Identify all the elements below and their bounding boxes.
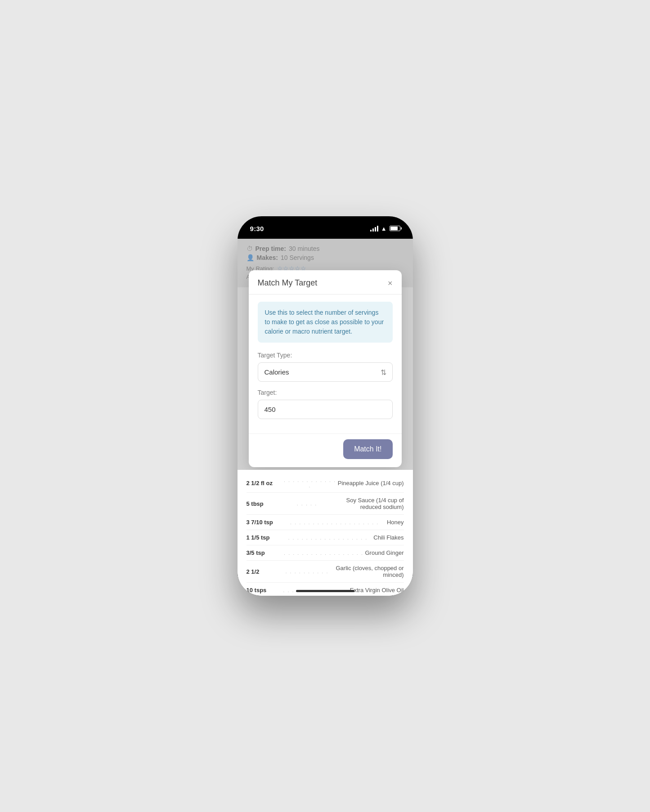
- ingredient-row-2: 3 7/10 tsp . . . . . . . . . . . . . . .…: [247, 515, 404, 530]
- ingredient-row-1: 5 tbsp . . . . . Soy Sauce (1/4 cup of r…: [247, 493, 404, 515]
- ingredient-name-6: Extra Virgin Olive Oil: [350, 587, 404, 593]
- match-it-button[interactable]: Match It!: [343, 439, 392, 459]
- modal-title: Match My Target: [258, 278, 318, 288]
- modal-header: Match My Target ×: [249, 270, 402, 294]
- phone-device: 9:30 ▲ ⏱ Prep time: 30 minutes: [238, 216, 413, 596]
- signal-bar-3: [375, 227, 376, 232]
- battery-fill: [390, 227, 398, 230]
- home-indicator: [296, 590, 354, 592]
- ingredient-name-1: Soy Sauce (1/4 cup of reduced sodium): [332, 497, 404, 510]
- status-bar: 9:30 ▲: [238, 216, 413, 239]
- ingredient-row-0: 2 1/2 fl oz . . . . . . . . . . . . . Pi…: [247, 473, 404, 493]
- ingredient-dots-1: . . . . .: [282, 501, 332, 506]
- ingredient-name-5: Garlic (cloves, chopped or minced): [332, 565, 404, 578]
- ingredient-amount-1: 5 tbsp: [247, 500, 282, 507]
- ingredient-amount-0: 2 1/2 fl oz: [247, 480, 282, 486]
- ingredient-name-4: Ground Ginger: [365, 549, 404, 556]
- target-label: Target:: [258, 389, 393, 396]
- ingredient-amount-5: 2 1/2: [247, 568, 282, 575]
- phone-screen: 9:30 ▲ ⏱ Prep time: 30 minutes: [238, 216, 413, 596]
- ingredient-dots-4: . . . . . . . . . . . . . . . . . .: [282, 550, 365, 556]
- status-icons: ▲: [370, 225, 400, 232]
- ingredient-dots-5: . . . . . . . . . .: [282, 569, 332, 574]
- battery-icon: [390, 226, 400, 231]
- info-box: Use this to select the number of serving…: [258, 302, 393, 343]
- ingredient-amount-4: 3/5 tsp: [247, 549, 282, 556]
- ingredient-row-4: 3/5 tsp . . . . . . . . . . . . . . . . …: [247, 545, 404, 561]
- ingredient-amount-6: 10 tsps: [247, 587, 282, 593]
- target-type-select[interactable]: CaloriesProteinCarbsFat: [258, 362, 393, 382]
- ingredient-name-2: Honey: [387, 519, 404, 526]
- status-time: 9:30: [250, 225, 264, 232]
- target-input[interactable]: [258, 400, 393, 419]
- info-box-text: Use this to select the number of serving…: [265, 308, 386, 336]
- ingredient-dots-0: . . . . . . . . . . . . .: [282, 477, 338, 488]
- ingredient-row-6: 10 tsps . . . . . . . . . . . . . . . Ex…: [247, 583, 404, 596]
- ingredients-list: 2 1/2 fl oz . . . . . . . . . . . . . Pi…: [238, 470, 413, 596]
- modal-footer: Match It!: [249, 433, 402, 467]
- ingredient-name-3: Chili Flakes: [373, 534, 403, 541]
- ingredient-dots-3: . . . . . . . . . . . . . . . . . .: [282, 535, 374, 540]
- target-type-select-wrapper: CaloriesProteinCarbsFat ⇅: [258, 362, 393, 382]
- target-value-group: Target:: [258, 389, 393, 419]
- target-type-label: Target Type:: [258, 352, 393, 359]
- match-my-target-modal: Match My Target × Use this to select the…: [249, 270, 402, 467]
- ingredient-name-0: Pineapple Juice (1/4 cup): [338, 480, 404, 486]
- signal-bar-1: [370, 230, 372, 232]
- wifi-icon: ▲: [381, 225, 387, 232]
- ingredient-amount-2: 3 7/10 tsp: [247, 519, 282, 526]
- signal-bar-4: [377, 226, 378, 232]
- ingredient-row-5: 2 1/2 . . . . . . . . . . Garlic (cloves…: [247, 561, 404, 583]
- signal-bar-2: [372, 228, 374, 232]
- ingredient-amount-3: 1 1/5 tsp: [247, 534, 282, 541]
- modal-body: Use this to select the number of serving…: [249, 294, 402, 433]
- ingredient-row-3: 1 1/5 tsp . . . . . . . . . . . . . . . …: [247, 530, 404, 545]
- signal-icon: [370, 226, 378, 232]
- close-button[interactable]: ×: [388, 279, 393, 287]
- ingredient-dots-2: . . . . . . . . . . . . . . . . . . . .: [282, 520, 387, 525]
- target-type-group: Target Type: CaloriesProteinCarbsFat ⇅: [258, 352, 393, 382]
